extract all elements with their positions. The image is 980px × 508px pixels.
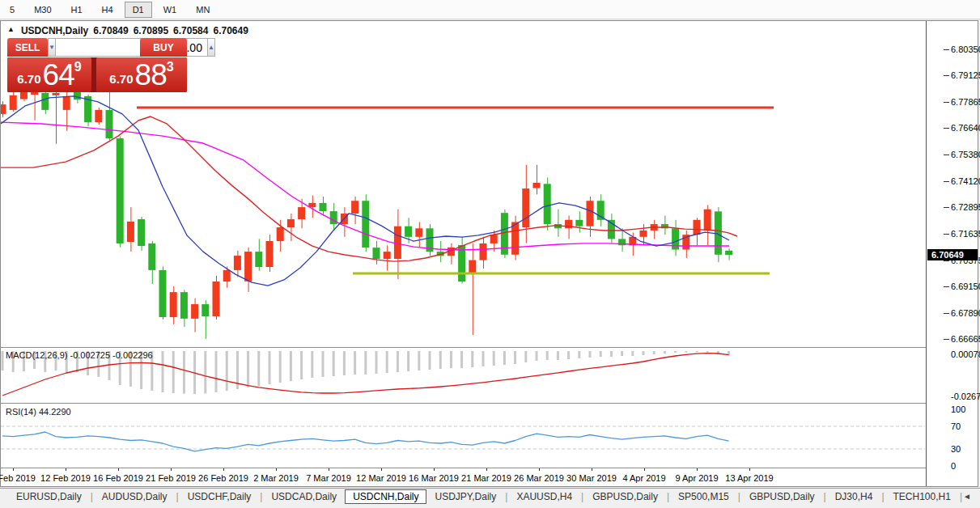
macd-histogram-bar [290,351,292,381]
price-axis-tick [944,181,949,182]
volume-stepper: ▼ ▲ [48,38,135,57]
timeframe-button-5[interactable]: 5 [2,2,23,18]
tab-sp500-m15[interactable]: SP500,M15 [670,490,737,503]
macd-histogram-bar [503,351,506,365]
volume-decrease-button[interactable]: ▼ [48,38,56,57]
sell-price-box[interactable]: 6.70 64 9 [7,57,91,92]
macd-histogram-bar [696,351,698,352]
macd-histogram-bar [407,351,409,371]
tabs-scroll-left-icon[interactable]: ◄ [963,492,971,501]
price-axis-label: 6.71635 [951,229,980,239]
rsi-axis-label: 30 [951,444,961,454]
date-axis[interactable]: 7 Feb 201912 Feb 201916 Feb 201921 Feb 2… [1,468,925,486]
rsi-axis-label: 70 [951,421,961,431]
buy-price-prefix: 6.70 [109,72,133,86]
candle-body [106,110,113,138]
buy-price-big: 88 [135,60,167,90]
date-axis-label: 13 Apr 2019 [725,473,773,483]
candle-body [180,292,188,319]
volume-increase-button[interactable]: ▲ [207,38,215,57]
buy-price-box[interactable]: 6.70 88 3 [96,57,187,92]
candle-body [1,104,6,114]
tab-gbpusd-daily[interactable]: GBPUSD,Daily [584,490,666,503]
macd-histogram-bar [610,351,613,357]
macd-histogram-bar [482,351,485,366]
candle-body [244,252,252,282]
candle-body [10,95,17,110]
panel-separator[interactable] [1,403,978,404]
candle-body [191,304,198,319]
macd-histogram-bar [279,351,282,383]
price-axis-tick [944,207,949,208]
candle-body [320,203,327,211]
buy-button[interactable]: BUY [140,38,187,57]
candle-body [63,96,70,110]
price-axis-tick [944,49,949,50]
macd-histogram-bar [364,351,367,375]
chart-plot-area[interactable]: ▲ USDCNH,Daily 6.70849 6.70895 6.70584 6… [1,21,925,486]
price-axis-tick [944,128,949,129]
tab-usdjpy-daily[interactable]: USDJPY,Daily [426,490,504,503]
rsi-indicator-panel[interactable] [1,404,925,468]
one-click-trade-panel: SELL ▼ ▲ BUY 6.70 64 9 6.70 88 3 [7,38,187,92]
tab-usdchf-daily[interactable]: USDCHF,Daily [180,490,260,503]
candle-body [384,252,391,259]
candle-body [575,220,583,226]
candle-body [405,226,412,237]
price-axis-label: 6.72895 [951,202,980,212]
tab-xauusd-h4[interactable]: XAUUSD,H4 [508,490,580,503]
tab-gbpusd-daily[interactable]: GBPUSD,Daily [741,490,823,503]
macd-axis-label: -0.026721 [951,392,980,401]
candle-body [458,245,465,282]
panel-separator [1,468,978,468]
tab-audusd-daily[interactable]: AUDUSD,Daily [94,490,176,503]
macd-histogram-bar [685,351,687,353]
price-axis-tick [944,234,949,235]
price-axis[interactable]: 6.70649 6.803506.791256.778656.766406.75… [926,21,978,486]
tab-usdcnh-daily[interactable]: USDCNH,Daily [345,489,426,504]
tab-dj30-h4[interactable]: DJ30,H4 [827,490,881,503]
candle-body [277,227,284,241]
tab-eurusd-daily[interactable]: EURUSD,Daily [8,490,90,503]
candle-body [694,220,701,235]
date-axis-label: 12 Feb 2019 [40,473,91,483]
price-axis-tick [944,260,949,261]
timeframe-button-h4[interactable]: H4 [94,2,121,18]
macd-label: MACD(12,26,9) -0.002725 -0.002296 [6,350,153,360]
date-axis-label: 2 Mar 2019 [253,473,299,483]
macd-histogram-bar [578,351,580,358]
high-value: 6.70895 [134,25,168,36]
date-axis-label: 16 Mar 2019 [409,473,459,483]
macd-histogram-bar [439,351,442,369]
candle-body [213,282,220,316]
tab-usdcad-daily[interactable]: USDCAD,Daily [263,490,345,503]
candle-body [298,207,305,219]
timeframe-button-w1[interactable]: W1 [155,2,185,18]
candle-body [490,235,498,243]
candle-body [640,231,647,237]
macd-histogram-bar [247,351,249,387]
tab-tech100-h1[interactable]: TECH100,H1 [885,490,959,503]
timeframe-button-mn[interactable]: MN [188,2,218,18]
macd-histogram-bar [311,351,313,378]
date-axis-label: 26 Feb 2019 [198,473,248,483]
sell-button[interactable]: SELL [7,38,48,57]
timeframe-button-m30[interactable]: M30 [26,2,59,18]
macd-histogram-bar [600,351,602,357]
panel-separator[interactable] [1,347,978,349]
timeframe-button-h1[interactable]: H1 [63,2,91,18]
price-axis-label: 6.74120 [951,176,980,186]
date-axis-label: 21 Feb 2019 [146,473,196,483]
collapse-icon[interactable]: ▲ [7,25,15,36]
macd-histogram-bar [493,351,495,366]
macd-histogram-bar [514,351,516,364]
candle-body [95,110,102,122]
candle-body [223,270,231,282]
candle-body [234,256,241,270]
price-axis-tick [944,339,949,340]
rsi-axis-label: 0 [951,461,956,471]
candle-body [725,251,732,255]
timeframe-button-d1[interactable]: D1 [125,2,152,18]
rsi-line [2,432,729,451]
timeframe-toolbar: 5M30H1H4D1W1MN [0,0,980,19]
